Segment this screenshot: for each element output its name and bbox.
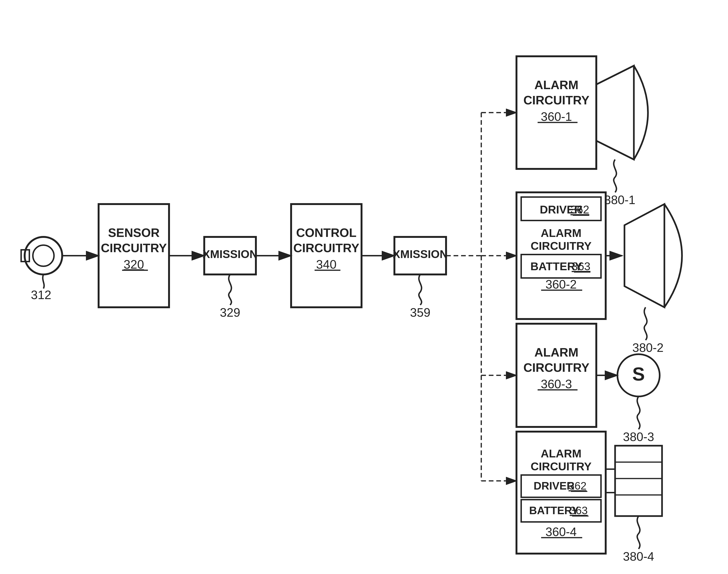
svg-text:380-3: 380-3 [623,430,654,444]
svg-text:XMISSION: XMISSION [203,248,258,260]
svg-text:360-1: 360-1 [541,110,572,123]
svg-rect-77 [615,446,662,516]
svg-marker-36 [596,66,634,160]
svg-marker-53 [624,204,664,307]
svg-text:380-4: 380-4 [623,549,654,563]
svg-text:ALARM: ALARM [541,227,581,239]
svg-text:360-4: 360-4 [546,525,577,539]
svg-text:360-2: 360-2 [546,278,577,291]
svg-text:CIRCUITRY: CIRCUITRY [531,460,591,473]
svg-text:380-2: 380-2 [633,341,664,355]
svg-text:ALARM: ALARM [534,78,578,92]
svg-text:CIRCUITRY: CIRCUITRY [523,361,589,374]
svg-rect-14 [291,204,361,307]
svg-text:363: 363 [572,260,590,273]
svg-text:362: 362 [571,203,589,216]
svg-text:CIRCUITRY: CIRCUITRY [523,93,589,107]
svg-rect-4 [99,204,169,307]
svg-text:XMISSION: XMISSION [393,248,448,260]
svg-text:CIRCUITRY: CIRCUITRY [293,241,359,255]
svg-text:362: 362 [569,480,587,492]
svg-text:359: 359 [410,305,430,319]
svg-text:ALARM: ALARM [534,345,578,359]
svg-text:ALARM: ALARM [541,447,581,460]
svg-text:CONTROL: CONTROL [296,226,356,240]
svg-text:S: S [632,364,645,384]
svg-text:SENSOR: SENSOR [108,226,160,240]
svg-rect-55 [516,324,596,427]
diagram-container: 312 SENSOR CIRCUITRY 320 XMISSION 329 CO… [0,0,728,574]
svg-text:329: 329 [220,305,240,319]
svg-text:363: 363 [570,504,588,517]
svg-text:CIRCUITRY: CIRCUITRY [531,240,591,252]
svg-point-0 [25,237,62,275]
svg-text:CIRCUITRY: CIRCUITRY [101,241,167,255]
svg-text:340: 340 [316,257,337,271]
svg-text:320: 320 [124,257,144,271]
svg-point-1 [33,245,54,266]
svg-text:360-3: 360-3 [541,377,572,391]
svg-text:380-1: 380-1 [604,193,636,207]
label-312: 312 [31,288,51,302]
